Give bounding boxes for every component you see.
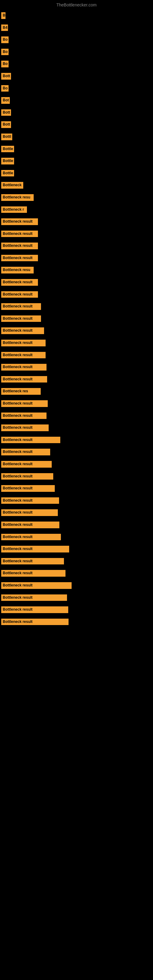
bar-item: Bottleneck result: [0, 240, 153, 252]
bar-label: Bottleneck result: [1, 340, 46, 346]
site-title-text: TheBottlenecker.com: [56, 2, 97, 7]
bar-item: Bottleneck result: [0, 289, 153, 301]
bar-label: Bott: [1, 121, 11, 128]
bar-item: Bottleneck resu: [0, 264, 153, 276]
bar-label: Bottleneck result: [1, 546, 69, 552]
bar-item: Bottleneck result: [0, 277, 153, 288]
bar-label: Bo: [1, 85, 9, 92]
bar-label: Bottleneck result: [1, 473, 53, 480]
bar-label: Bottleneck result: [1, 243, 38, 249]
bar-label: Bottleneck result: [1, 279, 38, 286]
bar-label: Bottleneck: [1, 182, 23, 189]
bar-label: Bottleneck result: [1, 449, 50, 455]
bar-item: Bo: [0, 34, 153, 46]
bar-item: Bottleneck result: [0, 325, 153, 337]
bar-item: Bottleneck result: [0, 543, 153, 555]
bar-label: Bottleneck result: [1, 364, 46, 371]
bar-item: Bottleneck result: [0, 580, 153, 591]
bar-label: Bottleneck result: [1, 485, 55, 492]
bar-label: Bottle: [1, 170, 14, 177]
bar-item: Bottleneck result: [0, 446, 153, 458]
bar-item: Bott: [0, 70, 153, 82]
bar-item: Bottle: [0, 167, 153, 179]
bar-label: Bottl: [1, 134, 12, 140]
bar-item: B: [0, 10, 153, 21]
bar-item: Bottleneck result: [0, 531, 153, 543]
bar-item: Bott: [0, 107, 153, 119]
bar-label: Bottleneck result: [1, 570, 65, 577]
bar-label: Bot: [1, 97, 10, 104]
bar-item: Bottleneck result: [0, 604, 153, 616]
bar-label: Bottleneck result: [1, 231, 38, 237]
bar-label: Bottleneck result: [1, 315, 41, 322]
site-title: TheBottlenecker.com: [0, 0, 153, 10]
bar-item: Bottleneck result: [0, 374, 153, 385]
bar-item: Bottle: [0, 155, 153, 167]
bar-label: Bottleneck result: [1, 218, 38, 225]
bar-item: Bottleneck result: [0, 495, 153, 506]
bars-container: BB4BoBoBoBottBoBotBottBottBottlBottleBot…: [0, 10, 153, 627]
bar-item: Bo: [0, 83, 153, 94]
bar-item: Bottleneck result: [0, 361, 153, 373]
bar-label: Bottleneck result: [1, 352, 46, 359]
bar-label: Bottle: [1, 158, 14, 164]
bar-label: Bottleneck result: [1, 558, 64, 565]
bar-label: Bottleneck result: [1, 412, 46, 419]
bar-item: Bottleneck result: [0, 350, 153, 361]
bar-label: Bott: [1, 109, 11, 116]
bar-item: Bottleneck result: [0, 519, 153, 531]
bar-item: Bo: [0, 58, 153, 70]
bar-label: B: [1, 12, 5, 19]
bar-item: Bottleneck result: [0, 471, 153, 482]
bar-label: Bottleneck res: [1, 388, 41, 395]
bar-item: Bot: [0, 95, 153, 106]
bar-item: Bottleneck result: [0, 592, 153, 604]
bar-label: Bottleneck result: [1, 328, 44, 334]
bar-item: Bo: [0, 46, 153, 58]
bar-item: Bottl: [0, 131, 153, 143]
bar-item: Bottleneck result: [0, 337, 153, 349]
bar-item: Bottle: [0, 143, 153, 155]
bar-label: Bottleneck result: [1, 291, 38, 298]
bar-label: Bottleneck result: [1, 606, 68, 613]
bar-item: Bott: [0, 119, 153, 130]
bar-label: Bo: [1, 60, 9, 67]
bar-item: Bottleneck result: [0, 555, 153, 567]
bar-label: Bottleneck result: [1, 582, 72, 589]
bar-item: Bottleneck result: [0, 483, 153, 494]
bar-label: Bottleneck result: [1, 619, 69, 625]
bar-item: Bottleneck resu: [0, 192, 153, 204]
bar-item: Bottleneck result: [0, 434, 153, 446]
bar-label: Bottleneck result: [1, 425, 49, 431]
bar-label: Bott: [1, 73, 11, 80]
bar-label: Bottle: [1, 146, 14, 153]
bar-item: Bottleneck result: [0, 313, 153, 325]
bar-item: Bottleneck result: [0, 507, 153, 519]
bar-item: Bottleneck result: [0, 410, 153, 422]
bar-item: Bottleneck r: [0, 204, 153, 216]
bar-label: Bo: [1, 37, 9, 43]
bar-label: Bottleneck result: [1, 303, 41, 310]
bar-label: Bottleneck result: [1, 255, 38, 261]
bar-item: Bottleneck result: [0, 616, 153, 628]
bar-item: Bottleneck result: [0, 228, 153, 240]
bar-label: Bottleneck result: [1, 461, 52, 468]
bar-item: Bottleneck result: [0, 458, 153, 470]
bar-item: Bottleneck result: [0, 568, 153, 579]
bar-item: Bottleneck result: [0, 301, 153, 312]
bar-item: Bottleneck result: [0, 252, 153, 264]
bar-label: Bottleneck result: [1, 437, 60, 444]
bar-item: Bottleneck: [0, 180, 153, 191]
bar-label: Bo: [1, 49, 9, 56]
bar-label: Bottleneck result: [1, 522, 59, 528]
bar-label: Bottleneck r: [1, 207, 27, 213]
bar-label: Bottleneck resu: [1, 194, 33, 201]
bar-label: B4: [1, 24, 8, 31]
bar-item: Bottleneck result: [0, 216, 153, 228]
bar-label: Bottleneck result: [1, 595, 67, 601]
bar-label: Bottleneck result: [1, 534, 61, 541]
bar-label: Bottleneck result: [1, 376, 47, 383]
bar-item: Bottleneck result: [0, 398, 153, 409]
bar-label: Bottleneck result: [1, 497, 59, 504]
bar-item: Bottleneck res: [0, 385, 153, 397]
